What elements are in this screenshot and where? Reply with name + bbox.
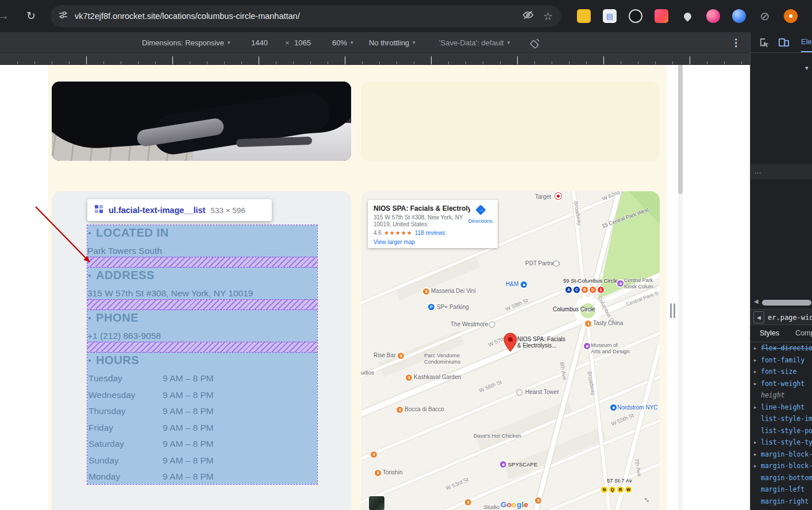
zoom-select[interactable]: 60%▾ [332, 32, 353, 53]
list-item-heading: ADDRESS [88, 269, 155, 282]
map-label: Central Park S [625, 290, 659, 307]
tab-styles[interactable]: Styles [760, 325, 779, 342]
map-marker-pin[interactable] [503, 333, 517, 354]
chevron-down-icon[interactable]: ▾ [805, 64, 809, 72]
css-property-row[interactable]: ▸font-size [751, 366, 812, 378]
reviews-link[interactable]: 118 reviews [415, 230, 445, 236]
css-property-row[interactable]: margin-bottom [751, 472, 812, 484]
content-placeholder-card [361, 82, 660, 161]
eyedropper-extension-icon[interactable] [680, 9, 694, 23]
ruler-tick [448, 61, 449, 64]
gradient-extension-icon[interactable] [655, 9, 668, 23]
disclosure-triangle-icon[interactable]: ▸ [754, 451, 761, 457]
list-item-heading: LOCATED IN [88, 226, 169, 239]
disclosure-triangle-icon[interactable]: ▸ [754, 381, 761, 387]
view-larger-map-link[interactable]: View larger map [374, 239, 415, 245]
ruler-tick [483, 61, 483, 64]
horizontal-scrollbar-thumb[interactable] [762, 300, 811, 306]
hours-time: 9 AM – 8 PM [163, 439, 214, 449]
google-logo-letter: o [511, 500, 517, 509]
css-property-row[interactable]: ▸margin-block-end [751, 449, 812, 461]
forward-icon[interactable]: → [0, 9, 9, 22]
food-poi-icon [585, 320, 591, 327]
ruler-tick [224, 61, 225, 64]
notes-extension-icon[interactable] [577, 9, 591, 23]
video-extension-icon[interactable] [706, 9, 720, 23]
clipboard-extension-icon[interactable]: ▤ [603, 9, 617, 23]
disclosure-triangle-icon[interactable]: ▸ [754, 463, 761, 469]
css-property-row[interactable]: ▸list-style-type [751, 436, 812, 449]
badge-poi-icon: 1 [598, 287, 604, 293]
site-settings-icon[interactable] [59, 10, 68, 22]
css-property-row[interactable]: list-style-position [751, 425, 812, 437]
map-info-rating: 4.6 ★★★★★ 118 reviews [374, 230, 492, 236]
css-property-row[interactable]: ▸line-height [751, 401, 812, 414]
page-scrollbar-thumb[interactable] [678, 65, 683, 194]
save-data-select[interactable]: 'Save-Data': default▾ [439, 32, 510, 53]
css-property-name: list-style-image [761, 415, 812, 423]
ruler-tick [534, 61, 535, 64]
scroll-left-icon[interactable]: ◀ [754, 298, 759, 304]
eye-off-icon[interactable] [522, 9, 534, 23]
ruler-tick [414, 61, 414, 64]
viewport-height-input[interactable]: 1065 [294, 32, 311, 53]
css-property-row[interactable]: margin-left [751, 484, 812, 496]
hours-day: Friday [88, 423, 113, 433]
map-label: Columbus Circle [553, 306, 595, 312]
inspect-element-icon[interactable] [759, 37, 769, 50]
css-property-row[interactable]: margin-right [751, 496, 812, 508]
breadcrumb-scroll-button[interactable]: ◀ [753, 311, 764, 323]
tab-elements[interactable]: Elements [801, 32, 812, 53]
reload-icon[interactable]: ↻ [26, 9, 36, 22]
css-property-row[interactable]: list-style-image [751, 413, 812, 425]
css-property-name: margin-block-end [761, 450, 812, 458]
disclosure-triangle-icon[interactable]: ▸ [754, 439, 761, 445]
throttling-select[interactable]: No throttling▾ [369, 32, 415, 53]
viewport-width-input[interactable]: 1440 [251, 32, 268, 53]
css-property-row[interactable]: ▸flex-direction [751, 342, 812, 354]
map-label: H&M [506, 281, 518, 287]
hours-day: Saturday [88, 439, 124, 449]
map-label: Rise Bar [374, 352, 395, 358]
map-embed[interactable]: W 62nd StW 58th StW 57th StW 56th StW 55… [361, 191, 660, 510]
css-property-name: font-weight [761, 380, 805, 388]
map-label: NIOS SPA: Facials & Electrolysis... [517, 336, 565, 349]
ruler-tick [741, 61, 742, 64]
bookmark-star-icon[interactable]: ☆ [543, 10, 553, 23]
map-label: Masseria Dei Vini [431, 288, 476, 294]
devtools-resize-handle[interactable] [670, 303, 677, 318]
hours-day: Wednesday [88, 390, 136, 400]
css-property-row[interactable]: ▸margin-block-start [751, 460, 812, 472]
disclosure-triangle-icon[interactable]: ▸ [754, 345, 761, 351]
satellite-thumbnail[interactable] [369, 496, 384, 510]
tab-computed[interactable]: Computed [795, 325, 812, 342]
dimensions-select[interactable]: Dimensions: Responsive▾ [142, 32, 230, 53]
directions-button[interactable]: → Directions [468, 205, 493, 224]
css-property-name: height [761, 391, 785, 399]
css-property-row[interactable]: ▸font-family [751, 354, 812, 366]
profile-avatar-icon[interactable] [784, 9, 798, 23]
dom-tree-node[interactable]: … [751, 164, 812, 179]
css-property-row[interactable]: height [751, 389, 812, 401]
device-toolbar-more-icon[interactable]: ⋮ [731, 32, 741, 53]
devtools-panel: Elements ▾ … ◀ ◀ er.page-wid Styles Comp… [750, 32, 812, 510]
record-extension-icon[interactable] [629, 9, 642, 23]
map-label: udios [361, 369, 374, 376]
map-label: Central Park Kiosk Colum... [624, 277, 657, 290]
browser-extension-icon[interactable] [732, 9, 746, 23]
ruler-tick [34, 61, 35, 64]
disclosure-triangle-icon[interactable]: ▸ [754, 357, 761, 363]
css-property-row[interactable]: ▸font-weight [751, 378, 812, 390]
blocker-extension-icon[interactable]: ⊘ [758, 9, 772, 23]
disclosure-triangle-icon[interactable]: ▸ [754, 404, 761, 410]
disclosure-triangle-icon[interactable]: ▸ [754, 369, 761, 374]
sidebar-tabs: Styles Computed [751, 325, 812, 342]
breadcrumb[interactable]: er.page-wid [768, 310, 812, 326]
rotate-icon[interactable] [530, 32, 541, 53]
list-item-heading: HOURS [88, 354, 139, 367]
ruler-tick [86, 56, 87, 64]
badge-poi-icon: D [590, 287, 596, 293]
device-toolbar-toggle-icon[interactable] [778, 37, 789, 50]
ruler-tick [190, 61, 190, 64]
url-bar[interactable]: vk7t2ejf8f.onrocket.site/locations/colum… [51, 5, 561, 27]
